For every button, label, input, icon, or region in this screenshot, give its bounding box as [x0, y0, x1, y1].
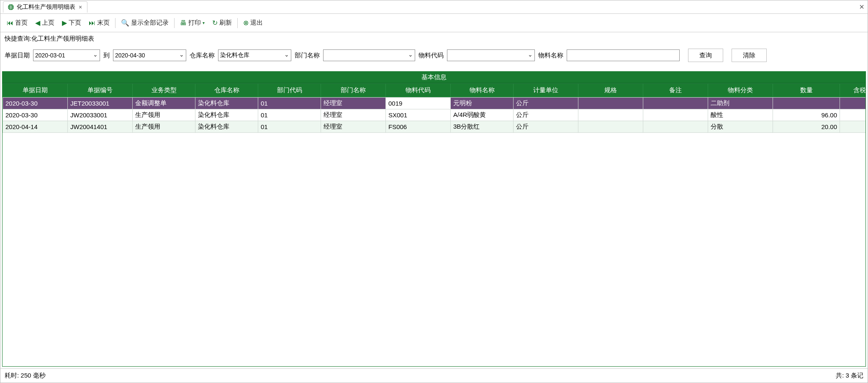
- cell[interactable]: [840, 98, 866, 109]
- cell[interactable]: 公斤: [514, 121, 578, 133]
- clear-button[interactable]: 清除: [732, 49, 767, 62]
- exit-button[interactable]: ⊗退出: [240, 18, 266, 28]
- last-label: 末页: [97, 19, 110, 27]
- table-row[interactable]: 2020-04-14JW20041401生产领用染化料仓库01经理室FS0063…: [3, 121, 866, 133]
- filter-row: 单据日期 到 仓库名称 部门名称 物料代码 物料名称 查询 清除: [0, 45, 868, 70]
- cell[interactable]: 01: [258, 98, 321, 109]
- material-name-label: 物料名称: [538, 52, 563, 60]
- first-page-button[interactable]: ⏮首页: [4, 18, 31, 28]
- cell[interactable]: [643, 98, 708, 109]
- warehouse-select[interactable]: [218, 49, 291, 61]
- column-header[interactable]: 物料名称: [451, 84, 514, 97]
- cell[interactable]: 染化料仓库: [195, 109, 258, 121]
- record-count-label: 共: 3 条记: [836, 372, 863, 380]
- grid-body[interactable]: 2020-03-30JET20033001金额调整单染化料仓库01经理室0019…: [3, 97, 865, 366]
- cell[interactable]: 01: [258, 121, 321, 133]
- cell[interactable]: [578, 109, 643, 121]
- cell[interactable]: 生产领用: [133, 121, 195, 133]
- cell[interactable]: 2020-03-30: [3, 98, 68, 109]
- cell[interactable]: 经理室: [321, 121, 386, 133]
- column-header[interactable]: 部门名称: [321, 84, 386, 97]
- toolbar: ⏮首页 ◀上页 ▶下页 ⏭末页 🔍显示全部记录 🖶打印▾ ↻刷新 ⊗退出: [0, 14, 868, 32]
- column-header[interactable]: 物料代码: [386, 84, 451, 97]
- cell[interactable]: FS006: [386, 121, 451, 133]
- cell[interactable]: 48.6: [840, 109, 866, 121]
- date-to-input[interactable]: [113, 49, 186, 61]
- date-label: 单据日期: [5, 52, 30, 60]
- column-header[interactable]: 单据日期: [3, 84, 68, 97]
- department-select[interactable]: [323, 49, 415, 61]
- print-icon: 🖶: [180, 20, 187, 26]
- cell[interactable]: 01: [258, 109, 321, 121]
- column-header[interactable]: 仓库名称: [195, 84, 258, 97]
- cell[interactable]: [773, 98, 840, 109]
- column-header[interactable]: 备注: [643, 84, 708, 97]
- toolbar-separator: [115, 18, 116, 28]
- cell[interactable]: 经理室: [321, 109, 386, 121]
- table-row[interactable]: 2020-03-30JW20033001生产领用染化料仓库01经理室SX001A…: [3, 109, 866, 121]
- cell[interactable]: JW20041401: [68, 121, 133, 133]
- material-name-input[interactable]: [567, 49, 680, 61]
- to-label: 到: [103, 52, 110, 60]
- cell[interactable]: 公斤: [514, 109, 578, 121]
- cell[interactable]: 2020-03-30: [3, 109, 68, 121]
- horizontal-scrollbar[interactable]: [3, 359, 865, 366]
- column-header[interactable]: 物料分类: [708, 84, 773, 97]
- show-all-label: 显示全部记录: [131, 19, 169, 27]
- column-header[interactable]: 业务类型: [133, 84, 195, 97]
- cell[interactable]: JET20033001: [68, 98, 133, 109]
- query-button[interactable]: 查询: [688, 49, 723, 62]
- column-header[interactable]: 数量: [773, 84, 840, 97]
- column-header[interactable]: 部门代码: [258, 84, 321, 97]
- grid-body-table: 2020-03-30JET20033001金额调整单染化料仓库01经理室0019…: [3, 97, 865, 133]
- cell[interactable]: [643, 109, 708, 121]
- cell[interactable]: 金额调整单: [133, 98, 195, 109]
- cell[interactable]: JW20033001: [68, 109, 133, 121]
- chevron-down-icon: ▾: [203, 21, 205, 25]
- cell[interactable]: 2020-04-14: [3, 121, 68, 133]
- cell[interactable]: 二助剂: [708, 98, 773, 109]
- material-code-select[interactable]: [447, 49, 535, 61]
- cell[interactable]: 酸性: [708, 109, 773, 121]
- cell[interactable]: 染化料仓库: [195, 98, 258, 109]
- cell[interactable]: 0019: [386, 98, 451, 109]
- date-from-input[interactable]: [33, 49, 100, 61]
- last-page-button[interactable]: ⏭末页: [86, 18, 113, 28]
- refresh-button[interactable]: ↻刷新: [209, 18, 235, 28]
- cell[interactable]: 3B分散红: [451, 121, 514, 133]
- grid-group-header: 基本信息: [3, 72, 865, 83]
- cell[interactable]: 公斤: [514, 98, 578, 109]
- grid-header-table: 单据日期单据编号业务类型仓库名称部门代码部门名称物料代码物料名称计量单位规格备注…: [3, 83, 866, 97]
- cell[interactable]: 96.00: [773, 109, 840, 121]
- show-all-button[interactable]: 🔍显示全部记录: [118, 18, 172, 28]
- prev-page-button[interactable]: ◀上页: [32, 18, 57, 28]
- cell[interactable]: A/4R弱酸黄: [451, 109, 514, 121]
- column-header[interactable]: 规格: [578, 84, 643, 97]
- column-header[interactable]: 计量单位: [514, 84, 578, 97]
- refresh-label: 刷新: [219, 19, 232, 27]
- cell[interactable]: SX001: [386, 109, 451, 121]
- cell[interactable]: 经理室: [321, 98, 386, 109]
- column-header[interactable]: 单据编号: [68, 84, 133, 97]
- cell[interactable]: [578, 98, 643, 109]
- cell[interactable]: 20.00: [773, 121, 840, 133]
- table-row[interactable]: 2020-03-30JET20033001金额调整单染化料仓库01经理室0019…: [3, 98, 866, 109]
- toolbar-separator: [174, 18, 175, 28]
- prev-icon: ◀: [35, 20, 40, 26]
- close-tab-icon[interactable]: ×: [78, 4, 83, 10]
- column-header[interactable]: 含税单: [840, 84, 866, 97]
- next-page-button[interactable]: ▶下页: [59, 18, 84, 28]
- close-window-icon[interactable]: ×: [859, 2, 864, 12]
- active-tab[interactable]: 化工料生产领用明细表 ×: [3, 1, 87, 13]
- cell[interactable]: 元明粉: [451, 98, 514, 109]
- print-button[interactable]: 🖶打印▾: [177, 18, 208, 28]
- cell[interactable]: [643, 121, 708, 133]
- refresh-icon: ↻: [212, 20, 218, 26]
- cell[interactable]: 分散: [708, 121, 773, 133]
- cell[interactable]: [578, 121, 643, 133]
- exit-label: 退出: [250, 19, 263, 27]
- cell[interactable]: 17.6: [840, 121, 866, 133]
- cell[interactable]: 染化料仓库: [195, 121, 258, 133]
- cell[interactable]: 生产领用: [133, 109, 195, 121]
- status-bar: 耗时: 250 毫秒 共: 3 条记: [0, 368, 868, 383]
